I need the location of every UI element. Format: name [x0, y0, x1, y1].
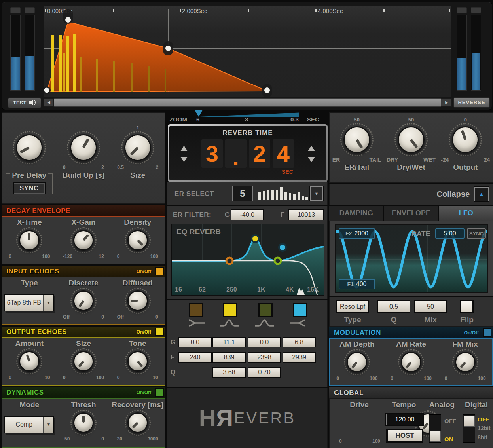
pre-delay-knob[interactable]	[13, 131, 46, 164]
digital-8bit-label[interactable]: 8bit	[478, 434, 487, 440]
eq-band2-dot[interactable]	[252, 235, 259, 242]
collapse-button[interactable]: ▲	[474, 187, 489, 201]
fm-mix-knob[interactable]	[452, 349, 478, 375]
band1-gain[interactable]: 0.0	[178, 337, 212, 347]
reverb-time-spinner-right[interactable]	[308, 146, 315, 162]
er-select-value[interactable]: 5	[232, 186, 253, 201]
scroll-left-button[interactable]: ◀	[44, 98, 54, 107]
knob-pointer	[461, 130, 466, 140]
decay-envelope-shape[interactable]	[47, 22, 267, 92]
reverse-button[interactable]: REVERSE	[453, 97, 490, 108]
analog-off-label[interactable]: OFF	[444, 418, 456, 424]
er-filter-gain-value[interactable]: -40.0	[231, 209, 264, 220]
size-knob[interactable]	[121, 131, 154, 164]
lfo-filter-q[interactable]: 0.5	[377, 300, 410, 313]
digital-slider[interactable]	[463, 414, 475, 443]
bell-filter-icon[interactable]	[219, 319, 239, 327]
attack-handle-dot[interactable]	[65, 17, 71, 23]
modulation-onoff-toggle[interactable]	[483, 328, 491, 337]
tone-knob[interactable]	[125, 348, 151, 374]
test-button[interactable]: TEST	[8, 97, 41, 108]
high-shelf-icon[interactable]	[289, 319, 309, 327]
band2-gain[interactable]: 11.1	[212, 337, 246, 347]
band4-freq[interactable]: 2939	[283, 352, 316, 363]
band2-freq[interactable]: 839	[212, 352, 246, 363]
digital-slider-handle[interactable]	[464, 416, 475, 427]
timeline-scrollbar[interactable]	[54, 98, 442, 107]
discrete-knob[interactable]	[70, 288, 97, 314]
er-select-dropdown-button[interactable]: ▼	[310, 186, 323, 201]
dry-wet-knob[interactable]	[394, 123, 428, 156]
amount-knob[interactable]	[16, 348, 42, 374]
analog-on-label[interactable]: ON	[444, 436, 453, 442]
digital-12bit-label[interactable]: 12bit	[478, 425, 491, 431]
scroll-right-button[interactable]: ▶	[442, 98, 452, 107]
analog-slider[interactable]	[429, 414, 441, 443]
start-handle-dot[interactable]	[44, 88, 49, 93]
thresh-knob[interactable]	[70, 410, 97, 436]
eq-band4-dot[interactable]	[279, 244, 286, 251]
lfo-f1-box[interactable]: F1 400	[339, 279, 375, 289]
input-type-dropdown[interactable]: 6Tap 8th FB ▼	[4, 294, 54, 311]
reverb-time-spinner-left[interactable]	[180, 146, 188, 162]
am-depth-knob[interactable]	[344, 349, 370, 375]
lfo-sync-button[interactable]: SYNC	[467, 228, 486, 239]
er-tail-knob[interactable]	[340, 123, 374, 156]
output-knob[interactable]	[449, 123, 482, 156]
mid-decay-handle-dot[interactable]	[165, 46, 171, 51]
eq-band3-color-swatch[interactable]	[258, 303, 273, 317]
density-knob[interactable]	[125, 227, 151, 253]
tab-damping[interactable]: DAMPING	[329, 206, 383, 221]
bell-filter-icon[interactable]	[254, 319, 275, 327]
zoom-slider-track[interactable]	[199, 112, 299, 117]
lfo-rate-box[interactable]: 5.00	[435, 228, 465, 239]
predelay-sync-button[interactable]: SYNC	[13, 182, 46, 194]
diffused-knob[interactable]	[125, 288, 151, 314]
spin-up-icon[interactable]	[308, 146, 315, 151]
size-out-knob[interactable]	[70, 348, 97, 374]
er-tail-value: 50	[354, 117, 359, 123]
tempo-value-display[interactable]: 120.00	[386, 414, 423, 425]
recovery-knob[interactable]	[125, 410, 151, 436]
x-gain-knob[interactable]	[70, 227, 97, 253]
eq-reverb-graph[interactable]: EQ REVERB 16 62 250 1K 4K 16K	[171, 224, 324, 296]
band1-freq[interactable]: 240	[178, 352, 212, 363]
dynamics-mode-dropdown[interactable]: Comp ▼	[4, 416, 54, 433]
end-handle-dot[interactable]	[264, 87, 270, 93]
spin-up-icon[interactable]	[180, 146, 188, 151]
lfo-filter-mix[interactable]: 50	[414, 300, 447, 313]
speaker-icon	[29, 100, 36, 105]
er-filter-freq-value[interactable]: 10013	[288, 209, 324, 220]
lfo-filter-type[interactable]: Reso Lpf	[336, 300, 369, 313]
low-shelf-icon[interactable]	[185, 319, 205, 327]
eq-band1-dot[interactable]	[226, 258, 233, 264]
band3-q[interactable]: 0.70	[248, 367, 281, 378]
eq-band1-color-swatch[interactable]	[189, 303, 203, 317]
digital-off-label[interactable]: OFF	[478, 416, 489, 423]
analog-slider-handle[interactable]	[430, 431, 441, 442]
band2-q[interactable]: 3.68	[212, 367, 246, 378]
spin-down-icon[interactable]	[180, 157, 188, 162]
eq-band2-color-swatch[interactable]	[223, 303, 237, 317]
tab-envelope[interactable]: ENVELOPE	[384, 206, 438, 221]
output-echoes-onoff-toggle[interactable]	[155, 328, 164, 336]
reverb-time-digits[interactable]: 3 . 2 4	[201, 139, 294, 168]
band3-gain[interactable]: 0.0	[248, 337, 281, 347]
am-rate-knob[interactable]	[398, 349, 424, 375]
knob-max-label: 3000	[148, 436, 158, 442]
x-time-knob[interactable]	[16, 227, 42, 253]
eq-band3-dot[interactable]	[275, 258, 281, 264]
input-echoes-onoff-toggle[interactable]	[155, 267, 164, 275]
tempo-host-button[interactable]: HOST	[387, 429, 423, 442]
band4-gain[interactable]: 6.8	[283, 337, 316, 347]
band3-freq[interactable]: 2398	[248, 352, 281, 363]
build-up-knob[interactable]	[67, 131, 100, 164]
lfo-f2-box[interactable]: F2 2000	[339, 228, 375, 239]
spin-down-icon[interactable]	[308, 157, 315, 162]
dynamics-onoff-toggle[interactable]	[155, 388, 164, 397]
eq-band4-color-swatch[interactable]	[293, 303, 307, 317]
lfo-flip-toggle[interactable]	[460, 300, 474, 313]
reverb-envelope-display[interactable]: 0.000Sec 2.000Sec 4.000Sec	[44, 6, 451, 97]
meter-right	[25, 7, 35, 91]
tab-lfo[interactable]: LFO	[439, 206, 493, 221]
